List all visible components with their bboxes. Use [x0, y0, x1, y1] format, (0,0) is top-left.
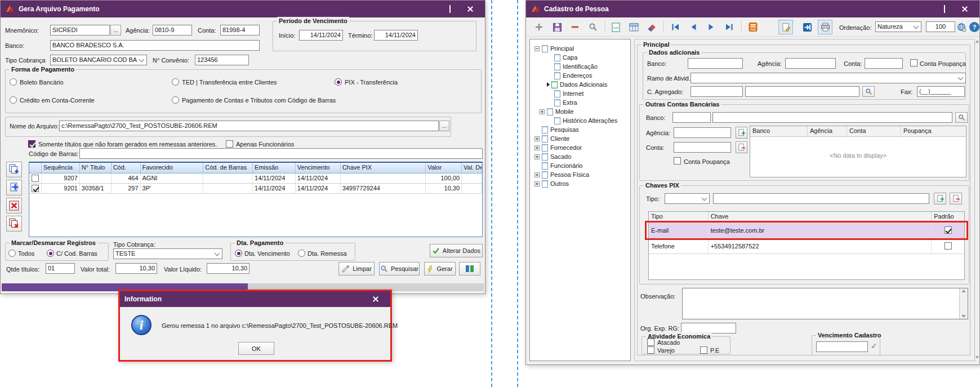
tipo-cobranca-select[interactable]: BOLETO BANCARIO COD BA — [50, 55, 147, 65]
conta-field[interactable]: 81998-4 — [220, 25, 260, 35]
add-button[interactable] — [532, 20, 546, 34]
padrao-checkbox[interactable] — [945, 226, 952, 234]
pix-row-email[interactable]: E-mail teste@teste.com.br — [649, 223, 964, 238]
alterar-dados-button[interactable]: Alterar Dados — [430, 244, 483, 257]
radio-todos[interactable] — [8, 250, 16, 257]
titlebar-gera-arquivo[interactable]: Gera Arquivo Pagamento — [1, 1, 485, 17]
radio-dta-remessa[interactable] — [298, 250, 305, 257]
tree-item-identificacao[interactable]: Identificação — [530, 62, 630, 71]
dialog-close-icon[interactable] — [366, 293, 386, 305]
exit-record-button[interactable] — [800, 20, 814, 34]
maximize-icon[interactable] — [934, 2, 955, 16]
da-banco-field[interactable] — [688, 58, 743, 69]
expand-icon[interactable] — [534, 136, 540, 141]
radio-c-cod-barras[interactable] — [47, 250, 54, 257]
vencimento-cadastro-field[interactable] — [816, 341, 868, 352]
da-agencia-field[interactable] — [785, 58, 836, 69]
tree-item-capa[interactable]: Capa — [530, 53, 630, 62]
select-all-rows-button[interactable] — [6, 162, 22, 177]
pix-remove-button[interactable] — [950, 193, 962, 204]
column-sequencia[interactable]: Sequência — [42, 163, 80, 173]
atacado-checkbox[interactable] — [647, 339, 654, 346]
confirm-check-icon[interactable] — [871, 341, 877, 350]
checkbox-apenas-funcionarios[interactable] — [226, 140, 233, 148]
column-favorecido[interactable]: Favorecido — [141, 163, 204, 173]
column-chave[interactable]: Chave — [709, 212, 932, 222]
row-checkbox[interactable] — [32, 175, 39, 182]
tree-item-pessoa-fisica[interactable]: Pessoa Física — [530, 170, 630, 179]
qtde-titulos-field[interactable]: 01 — [46, 263, 75, 274]
print-button[interactable] — [818, 20, 832, 34]
grid-view-button[interactable] — [626, 20, 641, 34]
window-scrollbar[interactable] — [974, 39, 979, 360]
scroll-up-icon[interactable] — [975, 40, 979, 43]
save-button[interactable] — [550, 20, 564, 34]
inicio-field[interactable]: 14/11/2024 — [299, 30, 343, 41]
column-n-titulo[interactable]: N° Titulo — [80, 163, 112, 173]
limpar-button[interactable]: Limpar — [338, 262, 375, 275]
dialog-titlebar[interactable]: Information — [120, 291, 390, 307]
column-tipo[interactable]: Tipo — [649, 212, 709, 222]
checkbox-somente-titulos[interactable] — [28, 140, 35, 148]
column-chave-pix[interactable]: Chave PIX — [341, 163, 426, 173]
nav-first-button[interactable] — [668, 20, 683, 34]
nav-previous-button[interactable] — [686, 20, 701, 34]
pix-chave-field[interactable] — [713, 193, 929, 204]
tree-item-historico-alteracoes[interactable]: Histórico Alterações — [530, 116, 630, 125]
scroll-down-icon[interactable] — [961, 315, 966, 318]
column-conta[interactable]: Conta — [847, 126, 901, 136]
expand-icon[interactable] — [534, 154, 540, 159]
oc-agencia-field[interactable] — [674, 127, 731, 138]
pix-row-telefone[interactable]: Telefone +5534912587522 — [649, 238, 964, 254]
termino-field[interactable]: 14/11/2024 — [374, 30, 418, 41]
tree-item-dados-adicionais[interactable]: Dados Adicionais — [530, 80, 630, 89]
column-cod[interactable]: Cód. — [112, 163, 141, 173]
fax-field[interactable]: (__)______ — [917, 86, 965, 97]
search-button[interactable] — [586, 20, 600, 34]
codigo-barras-field[interactable] — [79, 148, 483, 159]
column-emissao[interactable]: Emissão — [253, 163, 296, 173]
oc-conta-field[interactable] — [674, 142, 731, 153]
scroll-up-icon[interactable] — [961, 290, 966, 292]
tree-item-pesquisas[interactable]: Pesquisas — [530, 125, 630, 134]
globe-button[interactable] — [955, 20, 968, 34]
expand-icon[interactable] — [540, 109, 545, 114]
da-conta-field[interactable] — [865, 58, 903, 69]
agencia-field[interactable]: 0810-9 — [153, 25, 192, 35]
oc-banco-desc-field[interactable] — [712, 112, 952, 123]
oc-banco-search-button[interactable] — [955, 112, 968, 123]
gerar-button[interactable]: Gerar — [424, 262, 456, 275]
radio-dta-vencimento[interactable] — [235, 250, 242, 257]
column-padrao[interactable]: Padrão — [932, 212, 964, 222]
expand-icon[interactable] — [534, 145, 540, 150]
log-button[interactable]: Log — [746, 20, 760, 34]
minimize-icon[interactable] — [914, 2, 934, 16]
delete-button[interactable] — [568, 20, 582, 34]
valor-total-field[interactable]: 10,30 — [115, 263, 157, 274]
tipo-cobranca2-select[interactable]: TESTE — [113, 248, 222, 259]
radio-tributos[interactable] — [172, 96, 179, 104]
tree-item-principal[interactable]: Principal — [530, 44, 630, 53]
add-row-button[interactable] — [6, 180, 22, 195]
radio-ted[interactable] — [172, 78, 179, 86]
collapse-icon[interactable] — [534, 46, 540, 51]
help-button[interactable] — [969, 20, 980, 34]
row-checkbox[interactable] — [32, 185, 39, 192]
remove-all-rows-button[interactable] — [6, 216, 22, 232]
arquivo-browse-button[interactable]: ... — [439, 121, 449, 131]
titlebar-cadastro-pessoa[interactable]: Cadastro de Pessoa — [526, 1, 979, 17]
expand-icon[interactable] — [534, 181, 540, 186]
export-txt-button[interactable]: TXT — [608, 20, 623, 34]
pix-tipo-select[interactable] — [665, 193, 710, 204]
pesquisar-button[interactable]: Pesquisar — [379, 262, 420, 275]
observacao-textarea[interactable] — [682, 288, 968, 319]
expand-icon[interactable] — [534, 172, 540, 177]
da-conta-poupanca-checkbox[interactable] — [910, 59, 917, 66]
minimize-icon[interactable] — [420, 2, 440, 16]
varejo-checkbox[interactable] — [647, 346, 654, 354]
nav-last-button[interactable] — [722, 20, 737, 34]
column-val-desco[interactable]: Val. Desco — [462, 163, 482, 173]
oc-conta-poupanca-checkbox[interactable] — [674, 157, 681, 164]
banco-field[interactable]: BANCO BRADESCO S.A. — [50, 40, 260, 51]
table-row[interactable]: 9207 464 AGNI 14/11/2024 14/11/2024 100,… — [29, 174, 482, 184]
